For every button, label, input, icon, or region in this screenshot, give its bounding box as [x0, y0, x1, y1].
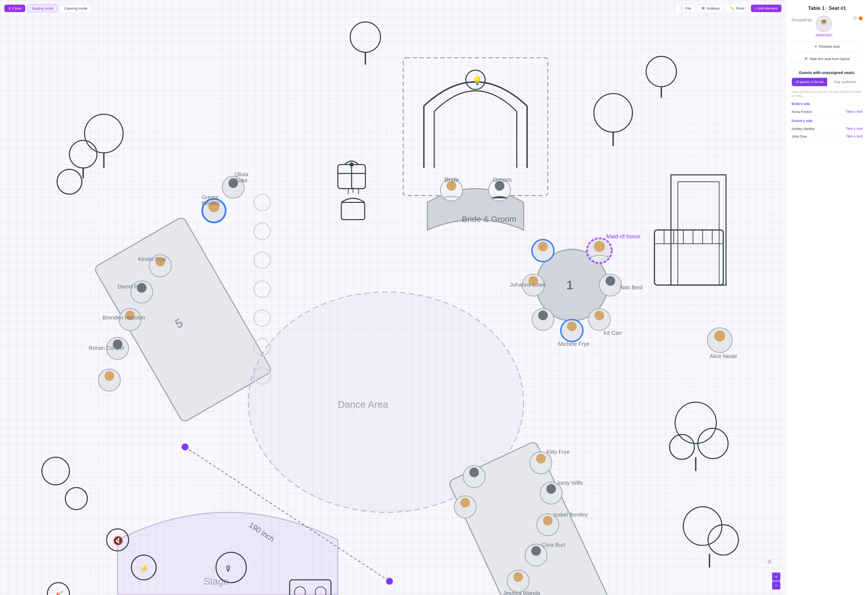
svg-text:Duke: Duke	[235, 178, 247, 184]
table-1[interactable]: 1 Maid-of-honor Nan Best Kit Carr Michel…	[510, 233, 643, 347]
bride-groom-table[interactable]: Bride & Groom Bride Groom	[427, 176, 524, 230]
drag-hint: Drag and drop your guests into your pref…	[791, 90, 862, 98]
add-element-button[interactable]: + Add element	[751, 4, 781, 12]
svg-point-99	[254, 194, 270, 210]
svg-text:🎙: 🎙	[224, 564, 233, 573]
catering-mode-button[interactable]: Catering mode	[60, 4, 91, 12]
hotkeys-button[interactable]: ⌘ Hotkeys	[697, 4, 723, 12]
groom-group-label: Groom's side	[791, 119, 862, 123]
seating-mode-label: Seating mode	[31, 6, 53, 10]
release-seat-button[interactable]: ✕ Release seat	[791, 41, 862, 52]
guest-name-ashley: Ashley Hartley	[791, 127, 815, 131]
svg-text:🎸: 🎸	[54, 590, 64, 595]
file-icon: 📄	[679, 6, 684, 10]
svg-text:Michele Frye: Michele Frye	[558, 341, 590, 347]
svg-text:Groom: Groom	[493, 176, 512, 183]
guest-name-john: John Doe	[791, 134, 807, 138]
take-seat-john[interactable]: Take a seat	[846, 134, 862, 138]
ruler-icon: 📏	[730, 6, 734, 10]
svg-point-4	[57, 169, 82, 194]
catering-mode-label: Catering mode	[64, 6, 87, 10]
cake-icon	[341, 187, 365, 220]
svg-rect-47	[341, 202, 365, 220]
occupied-settings: ⚙	[853, 16, 862, 21]
alice-neale: Alice Neale	[707, 328, 737, 359]
tree-bottom-left	[42, 457, 87, 510]
guests-title: Guests with unassigned seats:	[791, 71, 862, 75]
svg-text:🔇: 🔇	[113, 536, 123, 546]
zoom-in-button[interactable]: +	[772, 573, 780, 581]
svg-point-118	[531, 546, 541, 556]
svg-point-102	[254, 281, 270, 298]
svg-point-98	[105, 371, 114, 381]
svg-text:Ronan Cooper: Ronan Cooper	[89, 345, 125, 351]
svg-text:Jonty Wills: Jonty Wills	[557, 480, 583, 486]
svg-point-100	[254, 223, 270, 240]
seating-mode-button[interactable]: Seating mode	[27, 4, 58, 12]
svg-point-57	[605, 276, 615, 286]
close-icon: ✕	[8, 6, 11, 10]
svg-point-109	[536, 454, 546, 463]
occupied-avatar	[816, 16, 832, 32]
svg-point-5	[350, 22, 381, 52]
occupied-label: Occupied by:	[791, 16, 812, 22]
svg-point-9	[646, 56, 676, 87]
tree-top-right-1	[594, 93, 632, 146]
svg-text:Darrel Frye: Darrel Frye	[118, 284, 145, 290]
tree-top-center	[350, 22, 381, 65]
dance-area-label: Dance Area	[338, 399, 388, 410]
settings-icon[interactable]: ⚙	[853, 16, 857, 21]
svg-text:Alice Neale: Alice Neale	[709, 353, 737, 359]
take-seat-anna[interactable]: Take a seat	[846, 110, 862, 114]
sidebar: Table 1 · Seat #1 Occupied by: Maid-of-h…	[786, 0, 868, 595]
zoom-out-button[interactable]: −	[772, 581, 780, 589]
svg-point-103	[254, 310, 270, 326]
avatar-badge: Maid-of-honor	[815, 33, 833, 37]
hide-seat-label: Hide this seat from layout	[810, 57, 850, 61]
tab-confirmed[interactable]: Only confirmed	[827, 78, 862, 86]
file-button[interactable]: 📄 File	[675, 4, 695, 12]
svg-text:Jessica Wanda: Jessica Wanda	[503, 590, 540, 595]
tab-all-guests[interactable]: All guests in the list	[792, 78, 827, 86]
release-seat-label: Release seat	[819, 44, 840, 49]
svg-text:💡: 💡	[472, 75, 483, 86]
eye-icon: 👁	[805, 57, 808, 61]
bride-group-label: Bride's side	[791, 102, 862, 106]
gift-icon	[338, 161, 365, 189]
svg-point-7	[594, 93, 632, 132]
occupied-section: Occupied by: Maid-of-honor ⚙	[791, 16, 862, 37]
svg-point-121	[514, 572, 523, 582]
svg-text:Cora Burt: Cora Burt	[542, 542, 565, 548]
svg-rect-144	[678, 182, 719, 285]
svg-text:1: 1	[566, 278, 573, 292]
svg-text:Izabel Bentley: Izabel Bentley	[553, 512, 588, 518]
file-label: File	[685, 6, 691, 10]
svg-text:Benitez: Benitez	[202, 200, 220, 206]
svg-text:Gregor: Gregor	[202, 194, 219, 200]
svg-point-112	[546, 484, 556, 494]
svg-text:⚡: ⚡	[139, 564, 149, 574]
svg-text:Bride & Groom: Bride & Groom	[462, 215, 516, 223]
hotkeys-label: Hotkeys	[707, 6, 719, 10]
close-button[interactable]: ✕ Close	[4, 4, 25, 12]
guest-tab-group: All guests in the list Only confirmed	[791, 78, 862, 86]
svg-point-73	[714, 330, 725, 341]
hide-seat-button[interactable]: 👁 Hide this seat from layout	[791, 54, 862, 64]
venue-svg: 💡 Bride & Groom	[0, 16, 786, 595]
svg-point-115	[543, 516, 553, 525]
arch-gazebo: 💡	[403, 58, 548, 195]
svg-text:Kit Carr: Kit Carr	[604, 330, 622, 336]
tree-right-bottom	[683, 507, 738, 567]
svg-point-46	[350, 163, 354, 167]
svg-text:Bride: Bride	[444, 176, 459, 183]
svg-point-146	[820, 25, 828, 30]
take-seat-ashley[interactable]: Take a seat	[846, 127, 862, 130]
avatar-svg	[817, 17, 831, 31]
svg-point-0	[85, 114, 123, 153]
ruler-button[interactable]: 📏 Ruler	[726, 4, 748, 12]
ruler-label: Ruler	[736, 6, 744, 10]
svg-point-12	[698, 428, 728, 459]
svg-rect-27	[655, 230, 723, 285]
svg-point-60	[595, 311, 604, 320]
guest-row-anna: Anna Fenton Take a seat	[791, 108, 862, 116]
